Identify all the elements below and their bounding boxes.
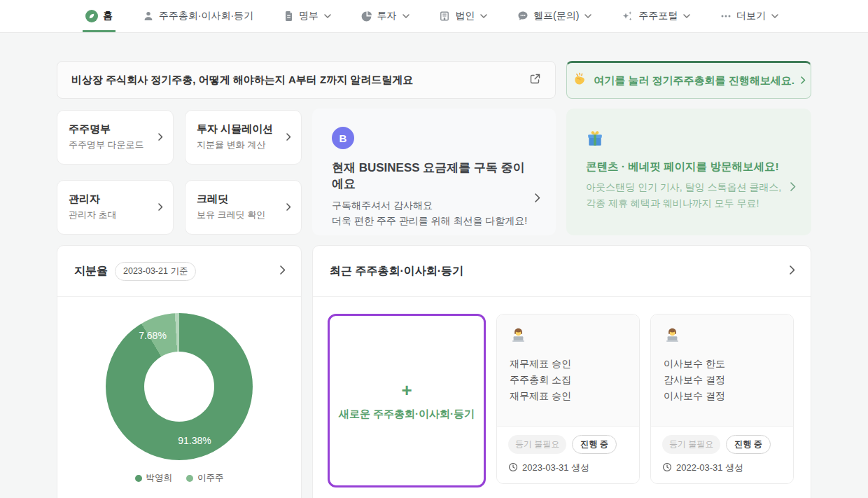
legend-dot	[135, 475, 142, 482]
chevron-right-icon	[286, 201, 291, 214]
building-icon	[439, 11, 450, 22]
quick-card-title: 크레딧	[197, 193, 290, 206]
quick-card-title: 투자 시뮬레이션	[197, 123, 290, 136]
nav-item-meetings[interactable]: 주주총회·이사회·등기	[143, 0, 253, 32]
chevron-down-icon	[480, 14, 487, 18]
home-logo-icon	[85, 10, 98, 22]
meeting-card-top: 재무제표 승인 주주총회 소집 재무제표 승인	[497, 314, 639, 426]
created-date: 2022-03-31 생성	[676, 462, 743, 474]
chevron-right-icon[interactable]	[280, 265, 286, 277]
nav-label: 명부	[299, 10, 318, 22]
notice-banner-text: 비상장 주식회사 정기주총, 어떻게 해야하는지 A부터 Z까지 알려드릴게요	[71, 74, 413, 87]
quick-card-title: 관리자	[69, 193, 162, 206]
registration-badge: 등기 불필요	[662, 435, 720, 454]
nav-item-more[interactable]: 더보기	[720, 0, 778, 32]
status-badge: 진행 중	[572, 435, 616, 454]
chevron-right-icon	[801, 74, 806, 87]
recent-meetings-panel: 최근 주주총회·이사회·등기 + 새로운 주주총회·이사회·등기 재무제표 승인…	[312, 245, 811, 498]
more-dots-icon	[720, 11, 732, 22]
quick-card-subtitle: 주주명부 다운로드	[69, 139, 162, 151]
equity-donut: 7.68% 91.38%	[106, 313, 253, 460]
chat-icon	[517, 11, 528, 22]
meeting-card-footer: 등기 불필요 진행 중 2023-03-31 생성	[497, 426, 639, 483]
nav-item-help[interactable]: 헬프(문의)	[517, 0, 592, 32]
registration-badge: 등기 불필요	[508, 435, 566, 454]
nav-item-corporation[interactable]: 법인	[439, 0, 487, 32]
chevron-down-icon	[324, 14, 331, 18]
meeting-card-top: 이사보수 한도 감사보수 결정 이사보수 결정	[651, 314, 793, 426]
meeting-agenda: 이사보수 한도 감사보수 결정 이사보수 결정	[664, 356, 780, 404]
nav-item-register[interactable]: 명부	[284, 0, 331, 32]
nav-item-home[interactable]: 홈	[85, 0, 113, 32]
quick-card-subtitle: 보유 크레딧 확인	[197, 209, 290, 221]
chevron-down-icon	[584, 14, 592, 18]
subscription-plan-card[interactable]: B 현재 BUSINESS 요금제를 구독 중이에요 구독해주셔서 감사해요 더…	[312, 109, 556, 235]
person-icon	[143, 11, 154, 22]
legend-label: 이주주	[197, 472, 224, 484]
notice-banner[interactable]: 비상장 주식회사 정기주총, 어떻게 해야하는지 A부터 Z까지 알려드릴게요	[57, 61, 556, 99]
quick-card-credit[interactable]: 크레딧 보유 크레딧 확인	[185, 180, 302, 235]
nav-label: 홈	[103, 10, 113, 22]
chevron-down-icon	[683, 14, 690, 18]
meetings-panel-header: 최근 주주총회·이사회·등기	[313, 246, 811, 297]
agenda-line: 재무제표 승인	[510, 388, 626, 404]
equity-panel-header: 지분율 2023-03-21 기준	[57, 246, 301, 297]
equity-panel: 지분율 2023-03-21 기준 7.68% 91.38% 박영희 이주주	[57, 245, 302, 498]
legend-item: 이주주	[186, 472, 224, 484]
plus-icon: +	[401, 381, 412, 399]
new-meeting-card[interactable]: + 새로운 주주총회·이사회·등기	[328, 314, 486, 487]
equity-legend: 박영희 이주주	[135, 472, 224, 484]
meeting-card-2[interactable]: 이사보수 한도 감사보수 결정 이사보수 결정 등기 불필요 진행 중 2022…	[650, 314, 794, 484]
cta-banner-annual-meeting[interactable]: 여기를 눌러 정기주주총회를 진행해보세요.	[566, 61, 811, 99]
quick-card-title: 주주명부	[69, 123, 162, 136]
chevron-right-icon	[158, 201, 163, 214]
agenda-line: 재무제표 승인	[510, 356, 626, 372]
equity-as-of-badge: 2023-03-21 기준	[115, 262, 196, 281]
chevron-right-icon	[790, 181, 796, 194]
chevron-right-icon	[286, 131, 291, 144]
chevron-right-icon	[535, 193, 540, 205]
nav-item-investment[interactable]: 투자	[361, 0, 410, 32]
benefit-line2: 각종 제휴 혜택과 웨비나까지 모두 무료!	[586, 198, 759, 209]
legend-item: 박영희	[135, 472, 173, 484]
plan-line1: 구독해주셔서 감사해요	[332, 200, 433, 211]
gift-icon	[586, 138, 604, 150]
technologist-icon	[664, 334, 681, 346]
quick-links-grid: 주주명부 주주명부 다운로드 투자 시뮬레이션 지분율 변화 계산 관리자 관리…	[57, 109, 302, 235]
donut-hole	[144, 352, 214, 422]
content-benefit-card[interactable]: 콘텐츠 · 베네핏 페이지를 방문해보세요! 아웃스탠딩 인기 기사, 탈잉 스…	[566, 109, 811, 235]
agenda-line: 이사보수 결정	[664, 388, 780, 404]
quick-card-shareholder-list[interactable]: 주주명부 주주명부 다운로드	[57, 110, 174, 165]
nav-item-shareholder-portal[interactable]: 주주포털	[622, 0, 690, 32]
benefit-body: 아웃스탠딩 인기 기사, 탈잉 스톡옵션 클래스, 각종 제휴 혜택과 웨비나까…	[586, 179, 792, 212]
meeting-card-1[interactable]: 재무제표 승인 주주총회 소집 재무제표 승인 등기 불필요 진행 중 2023…	[496, 314, 640, 484]
quick-card-investment-simulation[interactable]: 투자 시뮬레이션 지분율 변화 계산	[185, 110, 302, 165]
technologist-icon	[510, 334, 527, 346]
quick-card-admin[interactable]: 관리자 관리자 초대	[57, 180, 174, 235]
chevron-down-icon	[771, 14, 778, 18]
legend-label: 박영희	[146, 472, 173, 484]
meetings-card-row: + 새로운 주주총회·이사회·등기 재무제표 승인 주주총회 소집 재무제표 승…	[313, 297, 811, 498]
agenda-line: 주주총회 소집	[510, 372, 626, 388]
plan-body: 구독해주셔서 감사해요 더욱 편한 주주 관리를 위해 최선을 다할게요!	[332, 198, 536, 228]
chevron-right-icon	[158, 131, 163, 144]
meetings-title: 최근 주주총회·이사회·등기	[330, 264, 463, 279]
nav-label: 헬프(문의)	[533, 10, 579, 22]
nav-label: 주주총회·이사회·등기	[159, 10, 253, 22]
sparkles-icon	[622, 11, 634, 22]
clock-icon	[662, 462, 672, 474]
clock-icon	[508, 462, 518, 474]
chevron-right-icon[interactable]	[790, 265, 795, 277]
equity-title: 지분율	[74, 264, 108, 279]
quick-card-subtitle: 관리자 초대	[69, 209, 162, 221]
quick-card-subtitle: 지분율 변화 계산	[197, 139, 290, 151]
benefit-line1: 아웃스탠딩 인기 기사, 탈잉 스톡옵션 클래스,	[586, 181, 781, 193]
plan-line2: 더욱 편한 주주 관리를 위해 최선을 다할게요!	[332, 215, 527, 226]
benefit-title: 콘텐츠 · 베네핏 페이지를 방문해보세요!	[586, 160, 792, 174]
clap-icon	[572, 71, 587, 90]
chevron-down-icon	[402, 14, 410, 18]
agenda-line: 이사보수 한도	[664, 356, 780, 372]
nav-label: 주주포털	[638, 10, 678, 22]
donut-label-major: 91.38%	[178, 435, 211, 446]
meeting-card-footer: 등기 불필요 진행 중 2022-03-31 생성	[651, 426, 793, 483]
